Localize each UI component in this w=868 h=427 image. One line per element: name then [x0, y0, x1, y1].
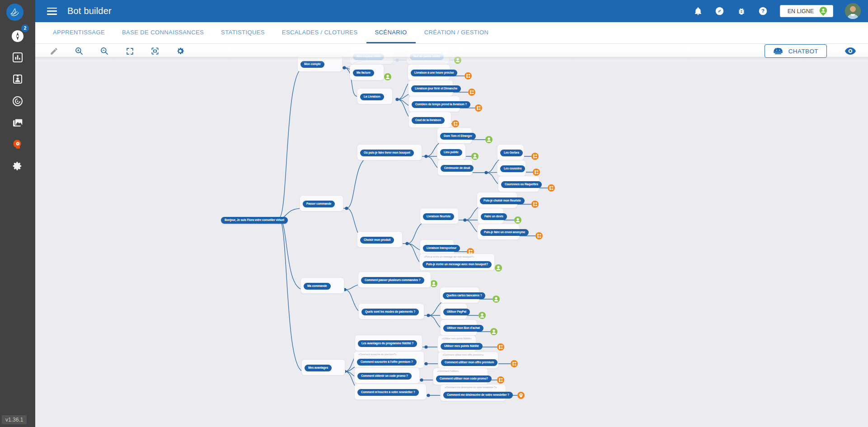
edit-icon[interactable]: [48, 45, 60, 57]
agent-ending-icon[interactable]: [495, 264, 502, 272]
flow-ending-icon[interactable]: [497, 376, 504, 384]
scenario-node-choisir-produit[interactable]: Choisir mon produit: [357, 231, 403, 248]
scenario-node-ma-facture[interactable]: Ma facture: [350, 64, 384, 80]
scenario-node-code-promo[interactable]: Comment obtenir un code promo ?: [354, 367, 420, 384]
edge-junction-dot[interactable]: [484, 171, 488, 174]
scenario-node-livraison-ferie[interactable]: Livraison jour férié et Dimanche: [408, 80, 453, 96]
scenario-node-ou-livrer[interactable]: Où puis-je faire livrer mon bouquet: [357, 144, 422, 160]
bug-report-icon[interactable]: [737, 6, 746, 16]
agent-ending-icon[interactable]: [479, 312, 486, 319]
scenario-node-livraison-cout[interactable]: Cout de la livraison: [408, 112, 451, 128]
avatar[interactable]: [845, 3, 861, 19]
zoom-out-icon[interactable]: [99, 45, 110, 57]
scenario-node-paypal[interactable]: Utiliser PayPal: [440, 303, 467, 319]
flow-ending-icon[interactable]: [511, 360, 518, 367]
scenario-node-inscrire-newsletter[interactable]: Comment m'inscrire à votre newsletter ?: [354, 384, 427, 400]
scenario-node-lieu-public[interactable]: Lieu public: [437, 144, 466, 160]
edge-junction-dot[interactable]: [424, 345, 427, 348]
flow-ending-icon[interactable]: [531, 201, 539, 208]
scenario-node-livraison[interactable]: La Livraison: [357, 88, 393, 104]
tab-creation-gestion[interactable]: CRÉATION / GESTION: [416, 22, 497, 43]
sidebar-item-settings[interactable]: [0, 157, 35, 175]
scenario-node-envoi-anonyme[interactable]: Puis-je faire un envoi anonyme: [477, 224, 520, 240]
sidebar-item-target[interactable]: [0, 92, 35, 110]
flow-ending-icon[interactable]: [475, 104, 482, 112]
sidebar-item-bot-builder[interactable]: [0, 136, 35, 154]
flow-ending-icon[interactable]: [464, 72, 472, 80]
scenario-node-bon-achat[interactable]: Utiliser mon Bon d'achat: [440, 319, 477, 336]
online-status-button[interactable]: EN LIGNE: [780, 5, 833, 17]
scenario-node-root[interactable]: Bonjour, Je suis Flora votre conseiller …: [221, 215, 288, 224]
edge-junction-dot[interactable]: [427, 314, 430, 317]
edge-junction-dot[interactable]: [424, 155, 427, 158]
tab-scenario[interactable]: SCÉNARIO: [366, 22, 416, 43]
scenario-node-utiliser-premium[interactable]: «Comment utiliser mon offre premium»Comm…: [438, 352, 498, 369]
scenario-node-coussins[interactable]: Les coussins: [497, 160, 526, 176]
tab-base-de-connaissances[interactable]: BASE DE CONNAISSANCES: [113, 22, 212, 43]
scenario-node-livraison-temps[interactable]: Combien de temps prend la livraison ?: [408, 96, 460, 112]
scenario-node-gerbes[interactable]: Les Gerbes: [497, 144, 524, 160]
flow-ending-icon[interactable]: [468, 89, 475, 96]
notifications-icon[interactable]: [693, 6, 703, 16]
scenario-node-utiliser-code-promo[interactable]: «Comment l'utiliser»Comment utiliser mon…: [433, 368, 488, 385]
edge-junction-dot[interactable]: [420, 378, 423, 381]
zoom-in-icon[interactable]: [73, 45, 85, 57]
agent-ending-icon[interactable]: [490, 328, 497, 335]
scenario-node-message-bouquet[interactable]: «Puis-je écrire un message sur mon bouqu…: [419, 253, 495, 271]
sidebar-item-contacts[interactable]: [0, 70, 35, 88]
agent-ending-icon[interactable]: [493, 296, 500, 303]
flow-ending-icon[interactable]: [535, 232, 543, 239]
edge-junction-dot[interactable]: [424, 362, 427, 365]
tab-apprentissage[interactable]: APPRENTISSAGE: [44, 22, 113, 43]
sidebar-item-analytics[interactable]: [0, 48, 35, 66]
scenario-node-dom-tom[interactable]: Dom Tom et Etranger: [437, 127, 472, 144]
preview-eye-icon[interactable]: [845, 47, 856, 57]
agent-ending-icon[interactable]: [430, 280, 437, 287]
scenario-node-couronnes[interactable]: Couronnes ou Raquettes: [498, 176, 540, 192]
flow-ending-icon[interactable]: [533, 169, 540, 176]
agent-ending-icon[interactable]: [514, 216, 521, 224]
edge-junction-dot[interactable]: [427, 394, 430, 397]
edge-junction-dot[interactable]: [343, 66, 346, 69]
agent-ending-icon[interactable]: [384, 73, 391, 80]
scenario-node-choisir-fleuriste[interactable]: Puis-je choisir mon fleuriste: [477, 192, 517, 208]
scenario-node-livraison-heure[interactable]: Livraison à une heure précise: [408, 64, 450, 80]
tab-statistiques[interactable]: STATISTIQUES: [212, 22, 273, 43]
scenario-node-avantages-fidelite[interactable]: Les avantages du programme fidélité ?: [355, 335, 422, 351]
scenario-node-ceremonie[interactable]: Cérémonie de deuil: [437, 160, 473, 176]
scenario-node-cartes-bancaires[interactable]: Quelles cartes bancaires ?: [440, 287, 479, 303]
scenario-node-liv-fleuriste[interactable]: Livraison fleuriste: [420, 208, 459, 224]
scenario-node-mes-avantages[interactable]: Mes avantages: [301, 359, 345, 375]
fullscreen-icon[interactable]: [124, 45, 136, 57]
sidebar-item-monitoring[interactable]: 2: [0, 27, 35, 45]
agent-ending-icon[interactable]: [471, 153, 479, 160]
edge-junction-dot[interactable]: [405, 242, 408, 245]
agent-ending-icon[interactable]: [485, 136, 493, 143]
scenario-node-desinscrire-newsletter[interactable]: «Comment me désinscrire de votre newslet…: [440, 384, 506, 401]
flow-ending-icon[interactable]: [548, 184, 555, 192]
edge-junction-dot[interactable]: [463, 218, 466, 221]
scenario-node-faire-devis[interactable]: Faire un devis: [478, 208, 504, 224]
scenario-canvas[interactable]: Bonjour, Je suis Flora votre conseiller …: [35, 43, 868, 427]
location-ending-icon[interactable]: [517, 392, 525, 399]
sidebar-item-media-library[interactable]: [0, 114, 35, 132]
flow-ending-icon[interactable]: [497, 343, 504, 351]
menu-icon[interactable]: [47, 8, 57, 15]
scenario-node-plusieurs-commandes[interactable]: Comment passer plusieurs commandes ?: [358, 272, 431, 288]
scenario-node-points-fidelite[interactable]: «Utiliser mes points fidélité»Utiliser m…: [437, 335, 476, 352]
brand-logo-icon[interactable]: [6, 4, 23, 21]
scenario-node-modes-paiement[interactable]: Quels sont les modes de paiements ?: [358, 303, 424, 319]
chatbot-button[interactable]: CHATBOT: [765, 44, 827, 58]
scenario-node-souscrire-premium[interactable]: «Comment souscrire au premium?»Comment s…: [354, 351, 424, 368]
flow-ending-icon[interactable]: [531, 153, 539, 160]
settings-icon[interactable]: [174, 45, 186, 57]
fit-screen-icon[interactable]: [149, 45, 161, 57]
help-icon[interactable]: ?: [758, 6, 768, 16]
edge-junction-dot[interactable]: [345, 206, 348, 210]
tab-escalades-clotures[interactable]: ESCALADES / CLOTURES: [273, 22, 366, 43]
compass-icon[interactable]: [715, 6, 725, 16]
scenario-node-ma-commande[interactable]: Ma commande: [300, 277, 344, 294]
edge-junction-dot[interactable]: [395, 98, 399, 101]
flow-ending-icon[interactable]: [452, 120, 459, 127]
scenario-node-passer-commande[interactable]: Passer commande: [300, 195, 343, 211]
